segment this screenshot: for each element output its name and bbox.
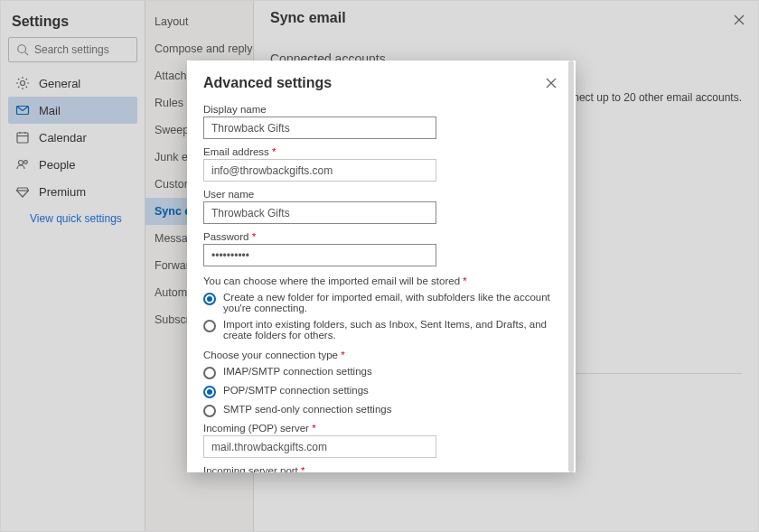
sidebar-item-label: Calendar xyxy=(39,131,87,145)
radio-icon xyxy=(203,405,216,417)
search-settings-field[interactable] xyxy=(34,43,129,56)
sidebar-item-calendar[interactable]: Calendar xyxy=(8,124,137,151)
svg-line-1 xyxy=(25,52,29,56)
svg-point-8 xyxy=(19,161,23,165)
sidebar-item-general[interactable]: General xyxy=(8,70,137,97)
sidebar-item-label: General xyxy=(39,77,80,90)
close-icon xyxy=(733,14,745,26)
main-heading: Sync email xyxy=(270,10,742,26)
incoming-port-label: Incoming server port * xyxy=(203,465,559,472)
calendar-icon xyxy=(15,130,30,145)
conn-option-label: POP/SMTP connection settings xyxy=(223,385,369,396)
store-option-label: Create a new folder for imported email, … xyxy=(223,292,559,313)
search-icon xyxy=(16,43,29,56)
dialog-title: Advanced settings xyxy=(203,75,559,91)
incoming-server-input[interactable] xyxy=(203,435,436,458)
people-icon xyxy=(15,157,30,172)
display-name-label: Display name xyxy=(203,104,559,115)
password-label: Password * xyxy=(203,231,559,242)
advanced-settings-dialog: Advanced settings Display name Email add… xyxy=(187,61,576,472)
conn-option-smtp-only[interactable]: SMTP send-only connection settings xyxy=(203,404,559,417)
radio-icon xyxy=(203,293,216,305)
close-settings-button[interactable] xyxy=(733,14,745,29)
sidebar-item-mail[interactable]: Mail xyxy=(8,97,137,124)
diamond-icon xyxy=(15,184,30,199)
search-settings-input[interactable] xyxy=(8,37,137,62)
radio-icon xyxy=(203,367,216,379)
settings-title: Settings xyxy=(12,14,134,30)
email-label: Email address * xyxy=(203,146,559,157)
close-dialog-button[interactable] xyxy=(545,77,558,89)
svg-point-2 xyxy=(21,81,25,86)
password-input[interactable] xyxy=(203,244,436,266)
display-name-input[interactable] xyxy=(203,117,436,139)
mail-icon xyxy=(15,103,30,117)
store-option-existing[interactable]: Import into existing folders, such as In… xyxy=(203,319,559,341)
conn-option-imap[interactable]: IMAP/SMTP connection settings xyxy=(203,366,559,379)
view-quick-settings-link[interactable]: View quick settings xyxy=(8,205,137,225)
conn-option-label: SMTP send-only connection settings xyxy=(223,404,391,415)
conn-option-label: IMAP/SMTP connection settings xyxy=(223,366,372,377)
svg-rect-4 xyxy=(17,133,28,143)
sidebar-item-label: Premium xyxy=(39,185,86,199)
username-label: User name xyxy=(203,189,559,200)
sidebar-item-label: People xyxy=(39,158,75,172)
store-option-new-folder[interactable]: Create a new folder for imported email, … xyxy=(203,292,559,313)
incoming-server-label: Incoming (POP) server * xyxy=(203,423,559,434)
svg-point-9 xyxy=(24,161,28,164)
sidebar-item-people[interactable]: People xyxy=(8,151,137,178)
gear-icon xyxy=(15,76,30,90)
username-input[interactable] xyxy=(203,201,436,224)
store-option-label: Import into existing folders, such as In… xyxy=(223,319,559,341)
svg-point-0 xyxy=(18,45,26,53)
settings-sidebar: Settings General Mail Calendar People Pr… xyxy=(1,1,145,531)
radio-icon xyxy=(203,386,216,398)
sidebar-item-label: Mail xyxy=(39,104,61,117)
sidebar-item-premium[interactable]: Premium xyxy=(8,178,137,205)
connection-type-label: Choose your connection type * xyxy=(203,350,559,360)
sub-item-compose[interactable]: Compose and reply xyxy=(145,35,253,62)
sub-item-layout[interactable]: Layout xyxy=(145,8,253,35)
store-note: You can choose where the imported email … xyxy=(203,275,559,286)
email-input[interactable] xyxy=(203,159,436,182)
close-icon xyxy=(545,77,558,89)
conn-option-pop[interactable]: POP/SMTP connection settings xyxy=(203,385,559,398)
radio-icon xyxy=(203,320,216,332)
